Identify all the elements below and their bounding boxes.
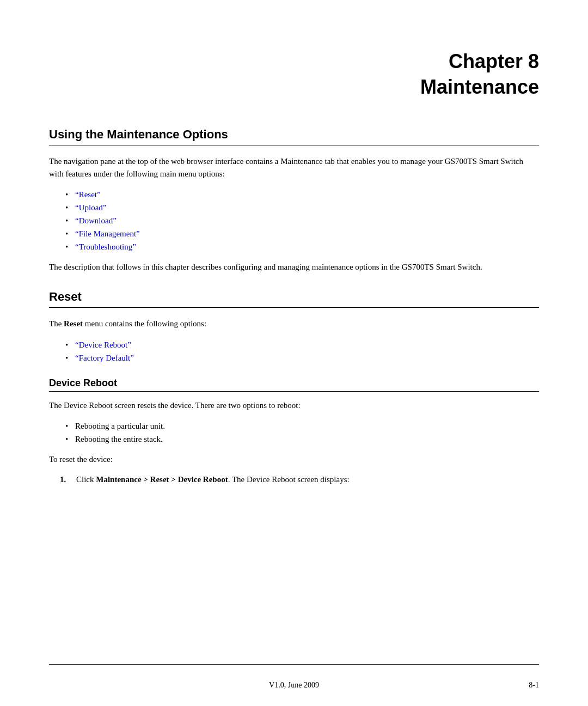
reset-link[interactable]: “Reset” [75,190,101,199]
section2-intro: The Reset menu contains the following op… [49,318,539,330]
chapter-heading: Chapter 8 Maintenance [49,49,539,100]
list-item: Rebooting a particular unit. [65,419,539,433]
section2-link-list: “Device Reboot” “Factory Default” [65,338,539,364]
footer-version: V1.0, June 2009 [269,681,319,690]
section3-to-reset: To reset the device: [49,453,539,466]
section3-intro: The Device Reboot screen resets the devi… [49,399,539,412]
section2-heading: Reset [49,290,539,308]
footer-divider [49,664,539,665]
device-reboot-link[interactable]: “Device Reboot” [75,340,131,349]
list-item: Rebooting the entire stack. [65,433,539,446]
section3-bullet-list: Rebooting a particular unit. Rebooting t… [65,419,539,446]
section1-closing: The description that follows in this cha… [49,261,539,273]
footer: V1.0, June 2009 8-1 [0,681,588,690]
chapter-title: Chapter 8 Maintenance [49,49,539,100]
list-item: “File Management” [65,227,539,240]
page-container: Chapter 8 Maintenance Using the Maintena… [0,0,588,706]
section1-link-list: “Reset” “Upload” “Download” “File Manage… [65,188,539,253]
list-item: “Troubleshooting” [65,240,539,253]
section3-steps: 1. Click Maintenance > Reset > Device Re… [60,473,539,486]
file-management-link[interactable]: “File Management” [75,229,140,238]
list-item: “Factory Default” [65,351,539,364]
list-item: “Upload” [65,201,539,214]
section1-heading: Using the Maintenance Options [49,127,539,145]
section3-heading: Device Reboot [49,378,539,392]
list-item: “Reset” [65,188,539,201]
upload-link[interactable]: “Upload” [75,203,106,212]
list-item: “Device Reboot” [65,338,539,351]
footer-page: 8-1 [529,681,539,690]
list-item: 1. Click Maintenance > Reset > Device Re… [60,473,539,486]
factory-default-link[interactable]: “Factory Default” [75,354,134,362]
troubleshooting-link[interactable]: “Troubleshooting” [75,242,136,251]
download-link[interactable]: “Download” [75,216,117,225]
section1-intro: The navigation pane at the top of the we… [49,155,539,181]
list-item: “Download” [65,214,539,227]
